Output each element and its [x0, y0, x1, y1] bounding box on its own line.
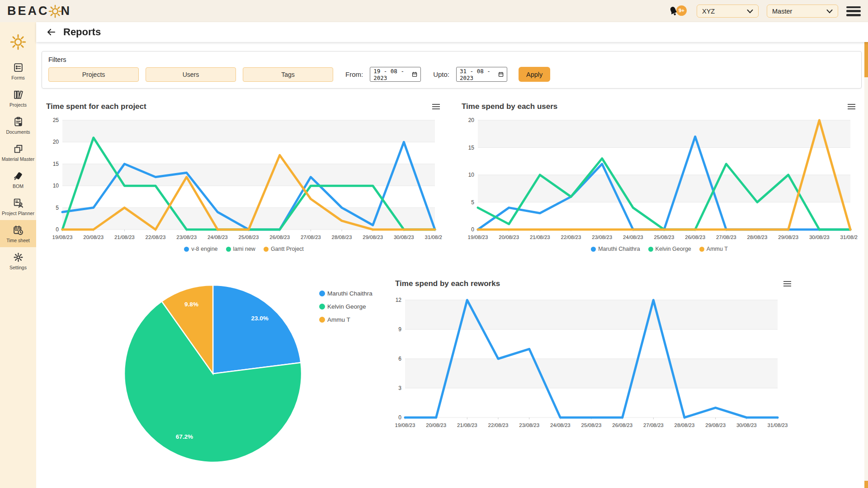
svg-text:31/08/23: 31/08/23	[768, 422, 788, 428]
svg-text:5: 5	[56, 205, 59, 211]
tags-filter-button[interactable]: Tags	[243, 67, 333, 82]
svg-text:28/08/23: 28/08/23	[675, 422, 695, 428]
legend-item[interactable]: Maruthi Chaithra	[319, 290, 387, 297]
master-select[interactable]: Master	[767, 5, 838, 18]
chart-legend: Maruthi ChaithraKelvin GeorgeAmmu T	[457, 246, 862, 252]
legend-item[interactable]: Ammu T	[699, 246, 728, 252]
master-select-value: Master	[772, 8, 792, 15]
svg-text:28/08/23: 28/08/23	[332, 235, 352, 240]
svg-text:27/08/23: 27/08/23	[643, 422, 664, 428]
pie-slice	[213, 285, 301, 374]
svg-text:25: 25	[53, 117, 59, 123]
svg-text:21/08/23: 21/08/23	[457, 422, 477, 428]
chevron-down-icon	[747, 9, 753, 14]
brand-text-suffix: N	[61, 4, 72, 18]
chart-menu-icon[interactable]	[848, 104, 855, 110]
legend-item[interactable]: lami new	[226, 246, 255, 252]
svg-text:26/08/23: 26/08/23	[612, 422, 632, 428]
back-arrow-icon	[46, 27, 57, 38]
page-title: Reports	[63, 26, 101, 38]
settings-gear-icon	[13, 252, 24, 263]
chevron-down-icon	[826, 9, 833, 14]
from-label: From:	[345, 70, 363, 78]
org-select[interactable]: XYZ	[697, 5, 759, 18]
svg-text:25/08/23: 25/08/23	[654, 235, 675, 240]
main-menu-icon[interactable]	[846, 6, 861, 16]
svg-text:0: 0	[398, 414, 401, 421]
time-spend-reworks-chart: Time spend by each reworks 12963019/08/2…	[391, 279, 797, 465]
sidebar-item-project-planner[interactable]: Project Planner	[0, 193, 36, 220]
svg-text:24/08/23: 24/08/23	[550, 422, 571, 428]
svg-text:21/08/23: 21/08/23	[114, 235, 135, 240]
legend-item[interactable]: Maruthi Chaithra	[591, 246, 640, 252]
chart-menu-icon[interactable]	[432, 104, 440, 110]
line-chart-svg: 252015105019/08/2320/08/2321/08/2322/08/…	[42, 117, 442, 242]
beacon-logo: BEAC N	[7, 4, 71, 18]
svg-text:21/08/23: 21/08/23	[530, 235, 550, 240]
sidebar-item-time-sheet[interactable]: Time sheet	[0, 220, 36, 247]
svg-text:22/08/23: 22/08/23	[561, 235, 581, 240]
sidebar-item-bom[interactable]: BOM	[0, 166, 36, 193]
svg-text:30/08/23: 30/08/23	[394, 235, 414, 240]
back-button[interactable]	[46, 27, 57, 38]
pie-chart-svg: 23.0%67.2%9.8%	[123, 284, 303, 464]
svg-text:19/08/23: 19/08/23	[395, 422, 415, 428]
bom-icon	[13, 170, 24, 182]
svg-text:23/08/23: 23/08/23	[176, 235, 197, 240]
chart-menu-icon[interactable]	[783, 281, 791, 287]
svg-text:24/08/23: 24/08/23	[623, 235, 643, 240]
svg-text:12: 12	[396, 297, 402, 303]
svg-text:25/08/23: 25/08/23	[581, 422, 602, 428]
from-date-input[interactable]: 19 - 08 - 2023	[370, 67, 421, 82]
legend-item[interactable]: v-8 engine	[184, 246, 217, 252]
svg-text:27/08/23: 27/08/23	[716, 235, 736, 240]
svg-text:10: 10	[53, 183, 59, 189]
svg-text:23/08/23: 23/08/23	[519, 422, 539, 428]
svg-text:10: 10	[468, 172, 475, 178]
projects-filter-button[interactable]: Projects	[48, 67, 139, 82]
filters-panel: Filters Projects Users Tags From: 19 - 0…	[42, 51, 862, 89]
legend-item[interactable]: Kelvin George	[319, 303, 387, 310]
pie-legend: Maruthi ChaithraKelvin GeorgeAmmu T	[319, 290, 387, 465]
upto-date-value: 31 - 08 - 2023	[460, 68, 498, 81]
app-header: BEAC N 9+ XYZ	[0, 0, 868, 22]
svg-text:20: 20	[468, 117, 475, 123]
svg-text:9.8%: 9.8%	[184, 301, 198, 308]
project-planner-icon	[13, 197, 24, 209]
svg-text:20: 20	[53, 139, 59, 145]
svg-text:20/08/23: 20/08/23	[426, 422, 446, 428]
brand-text-prefix: BEAC	[7, 4, 49, 18]
legend-item[interactable]: Ammu T	[319, 316, 387, 323]
svg-text:31/08/23: 31/08/23	[840, 235, 858, 240]
vertical-scrollbar[interactable]	[864, 22, 868, 488]
time-spend-users-chart: Time spend by each users 2015105019/08/2…	[457, 102, 862, 252]
line-chart-svg: 2015105019/08/2320/08/2321/08/2322/08/23…	[457, 117, 858, 242]
users-filter-button[interactable]: Users	[146, 67, 236, 82]
svg-text:15: 15	[468, 145, 475, 151]
calendar-icon	[498, 71, 504, 78]
svg-text:30/08/23: 30/08/23	[736, 422, 757, 428]
svg-text:19/08/23: 19/08/23	[468, 235, 488, 240]
sidebar-item-projects[interactable]: Projects	[0, 84, 36, 112]
svg-text:23/08/23: 23/08/23	[592, 235, 612, 240]
apply-button[interactable]: Apply	[519, 67, 550, 82]
upto-date-input[interactable]: 31 - 08 - 2023	[456, 67, 507, 82]
legend-item[interactable]: Kelvin George	[648, 246, 691, 252]
svg-text:26/08/23: 26/08/23	[685, 235, 705, 240]
svg-text:29/08/23: 29/08/23	[705, 422, 726, 428]
legend-item[interactable]: Gantt Project	[264, 246, 304, 252]
sidebar-item-settings[interactable]: Settings	[0, 247, 36, 274]
svg-text:27/08/23: 27/08/23	[301, 235, 321, 240]
svg-text:28/08/23: 28/08/23	[747, 235, 768, 240]
svg-text:0: 0	[56, 226, 59, 233]
time-spent-project-chart: Time spent for each project 252015105019…	[42, 102, 446, 252]
sidebar-item-documents[interactable]: Documents	[0, 112, 36, 139]
material-master-icon	[13, 143, 24, 155]
page-header: Reports	[36, 22, 868, 42]
sidebar-item-forms[interactable]: Forms	[0, 57, 36, 84]
org-select-value: XYZ	[702, 8, 715, 15]
sidebar-item-material-master[interactable]: Material Master	[0, 139, 36, 166]
notifications-button[interactable]: 9+	[668, 5, 689, 18]
svg-text:26/08/23: 26/08/23	[269, 235, 290, 240]
svg-text:22/08/23: 22/08/23	[488, 422, 509, 428]
